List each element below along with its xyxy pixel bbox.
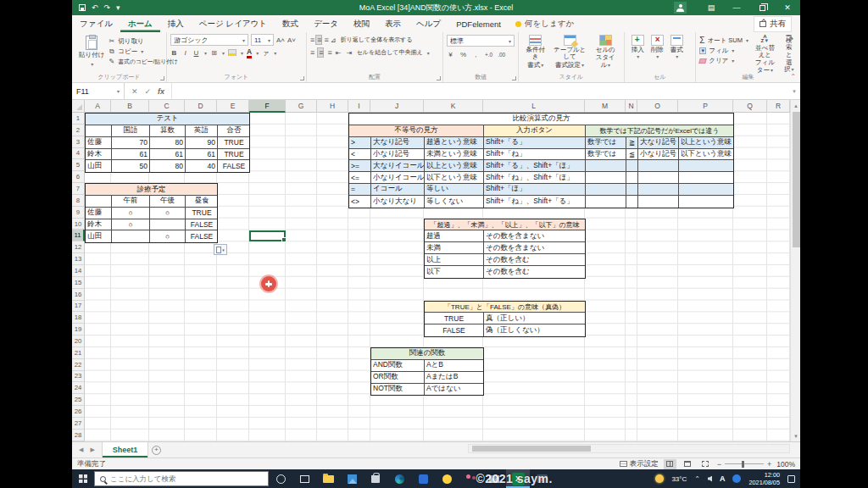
column-header[interactable]: P (678, 100, 733, 113)
column-header[interactable]: Q (733, 100, 767, 113)
table-title[interactable]: 診療予定 (86, 184, 217, 196)
row-header[interactable]: 25 (72, 394, 85, 406)
spreadsheet-cells[interactable]: テスト 国語 算数 英語 合否 佐藤70 8090 TRUE 鈴木61 6161… (85, 113, 790, 441)
scroll-up-icon[interactable]: ▲ (791, 100, 801, 111)
format-cells-button[interactable]: 書式▾ (667, 35, 687, 73)
format-as-table-button[interactable]: テーブルとして 書式設定▾ (548, 35, 590, 73)
row-header[interactable]: 17 (72, 301, 85, 313)
currency-icon[interactable]: ¥ (447, 51, 454, 58)
italic-button[interactable]: I (181, 49, 189, 57)
formula-bar-expand-icon[interactable]: ▾ (788, 83, 800, 99)
excel-taskbar-button[interactable]: X (506, 469, 530, 488)
restore-button[interactable] (749, 0, 775, 15)
start-button[interactable] (72, 469, 94, 488)
table-row[interactable]: =イコール 等しいShift+「ほ」 (349, 184, 733, 196)
table-row[interactable]: 未満その数を含まない (425, 242, 585, 254)
horizontal-scroll-thumb[interactable] (472, 446, 591, 452)
column-header[interactable]: K (424, 100, 483, 113)
name-box-dropdown-icon[interactable]: ▾ (117, 88, 120, 94)
row-header[interactable]: 1 (72, 113, 85, 125)
column-header[interactable]: R (767, 100, 790, 113)
insert-cells-button[interactable]: 挿入▾ (628, 35, 648, 73)
weather-temperature[interactable]: 33°C (671, 475, 687, 483)
taskbar-search-box[interactable] (94, 471, 269, 486)
zoom-slider-thumb[interactable] (742, 461, 745, 468)
tell-me-box[interactable]: 何をしますか (509, 19, 581, 30)
zoom-slider[interactable] (725, 463, 764, 465)
row-header[interactable]: 28 (72, 430, 85, 441)
paste-button[interactable]: 貼り付け▾ (75, 35, 108, 73)
column-header[interactable]: A (85, 100, 111, 113)
file-explorer-button[interactable] (316, 469, 340, 488)
table-row[interactable]: AND関数AとB (371, 360, 483, 372)
sheet-nav-right-icon[interactable]: ▶ (90, 446, 94, 453)
table-row[interactable]: >=大なりイコール 以上という意味Shift+「る」、Shift+「ほ」 (349, 160, 733, 172)
close-button[interactable]: ✕ (775, 0, 800, 15)
shrink-font-icon[interactable]: A˅ (287, 36, 296, 44)
column-header[interactable]: J (370, 100, 424, 113)
page-break-view-button[interactable] (699, 459, 712, 469)
cell-styles-button[interactable]: セルの スタイル▾ (591, 35, 620, 73)
row-header[interactable]: 8 (72, 195, 85, 207)
zoom-out-icon[interactable]: − (717, 460, 721, 469)
autosum-button[interactable]: Σオート SUM▾ (699, 36, 748, 45)
table-row[interactable]: >大なり記号 超過という意味Shift+「る」 数学では≧ 大なり記号以上という… (349, 137, 733, 149)
tab-page-layout[interactable]: ページ レイアウト (192, 15, 275, 32)
formula-input[interactable] (172, 83, 788, 99)
table-row[interactable]: 超過その数を含まない (425, 230, 585, 242)
row-header[interactable]: 9 (72, 207, 85, 219)
column-header[interactable]: C (149, 100, 185, 113)
vertical-scrollbar[interactable]: ▲ ▼ (790, 100, 800, 441)
zoom-in-icon[interactable]: + (767, 460, 771, 469)
enter-icon[interactable]: ✓ (145, 87, 152, 96)
insert-function-icon[interactable]: fx (158, 87, 164, 96)
row-header[interactable]: 27 (72, 418, 85, 430)
tab-data[interactable]: データ (306, 15, 346, 32)
percent-icon[interactable]: % (459, 51, 467, 58)
row-header[interactable]: 10 (72, 219, 85, 230)
number-format-select[interactable]: 標準▾ (447, 35, 515, 47)
table-row[interactable]: 鈴木61 6161 TRUE (86, 149, 249, 161)
paste-options-button[interactable] (214, 244, 227, 255)
font-size-select[interactable]: 11▾ (251, 34, 274, 46)
collapse-ribbon-icon[interactable]: ⌃ (790, 73, 796, 80)
ime-indicator[interactable]: A (720, 474, 726, 483)
row-header[interactable]: 15 (72, 277, 85, 289)
sheet-nav-left-icon[interactable]: ◀ (79, 446, 83, 453)
search-input[interactable] (110, 474, 246, 483)
app-blue-button[interactable] (411, 469, 435, 488)
weather-sun-icon[interactable] (655, 474, 664, 483)
ribbon-display-options-icon[interactable]: ▤ (698, 0, 724, 15)
minimize-button[interactable]: — (724, 0, 749, 15)
scroll-down-icon[interactable]: ▼ (791, 430, 801, 441)
table-row[interactable]: <>小なり大なり 等しくないShift+「ね」、Shift+「る」 (349, 196, 733, 208)
tab-help[interactable]: ヘルプ (409, 15, 448, 32)
photos-button[interactable] (340, 469, 364, 488)
vertical-scroll-thumb[interactable] (793, 112, 800, 247)
row-header[interactable]: 19 (72, 324, 85, 336)
align-center-icon[interactable]: ≡ (317, 47, 324, 58)
tab-home[interactable]: ホーム (120, 15, 160, 32)
row-header[interactable]: 22 (72, 359, 85, 371)
column-header[interactable]: G (286, 100, 317, 113)
ruby-icon[interactable]: ァ (262, 48, 270, 58)
row-header[interactable]: 21 (72, 347, 85, 359)
table-row[interactable]: 山田50 8040 FALSE (86, 160, 249, 172)
row-header[interactable]: 2 (72, 125, 85, 136)
row-header[interactable]: 23 (72, 371, 85, 383)
align-top-icon[interactable]: ≡ (310, 36, 314, 44)
tab-formulas[interactable]: 数式 (275, 15, 306, 32)
tray-expand-icon[interactable]: ⌃ (694, 475, 700, 483)
horizontal-scrollbar[interactable] (468, 444, 790, 453)
store-button[interactable] (364, 469, 387, 488)
row-header[interactable]: 6 (72, 171, 85, 183)
table-row[interactable]: 以上その数を含む (425, 254, 585, 266)
row-header[interactable]: 20 (72, 336, 85, 347)
table-row[interactable]: 佐藤○ ○TRUE (86, 208, 217, 219)
table-row[interactable]: 山田 ○FALSE (86, 230, 217, 242)
taskbar-clock[interactable]: 12:00 2021/08/05 (748, 471, 780, 486)
table-header-row[interactable]: 国語 算数 英語 合否 (86, 125, 249, 137)
increase-indent-icon[interactable]: ⇥ (346, 49, 353, 57)
row-header[interactable]: 26 (72, 406, 85, 418)
decrease-indent-icon[interactable]: ⇤ (335, 49, 342, 57)
